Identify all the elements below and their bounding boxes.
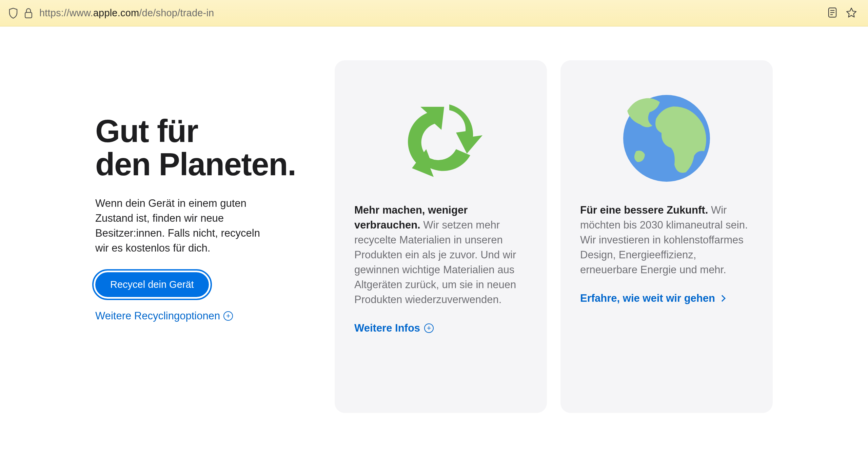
card-recycle-materials: Mehr machen, weniger verbrauchen. Wir se… <box>335 60 547 413</box>
url-box: https://www.apple.com/de/shop/trade-in <box>8 7 860 20</box>
url-security-icons <box>8 8 33 19</box>
recycle-device-button[interactable]: Recycel dein Gerät <box>95 272 209 297</box>
earth-globe-icon <box>623 94 711 182</box>
card-body: Wir setzen mehr recycelte Materialien in… <box>354 219 516 305</box>
url-text[interactable]: https://www.apple.com/de/shop/trade-in <box>39 7 821 19</box>
card-better-future: Für eine bessere Zukunft. Wir möchten bi… <box>560 60 773 413</box>
hero-description: Wenn dein Gerät in einem guten Zustand i… <box>95 196 272 256</box>
chevron-right-icon <box>719 295 726 302</box>
url-domain: apple.com <box>93 7 139 18</box>
url-prefix: https://www. <box>39 7 93 18</box>
card-text: Mehr machen, weniger verbrauchen. Wir se… <box>354 203 527 307</box>
bookmark-star-icon[interactable] <box>846 7 857 20</box>
card-link-label: Erfahre, wie weit wir gehen <box>580 292 715 304</box>
more-options-label: Weitere Recyclingoptionen <box>95 310 220 322</box>
svg-rect-0 <box>25 12 32 18</box>
cta-label: Recycel dein Gerät <box>110 279 194 290</box>
feature-cards: Mehr machen, weniger verbrauchen. Wir se… <box>335 60 773 413</box>
card-text: Für eine bessere Zukunft. Wir möchten bi… <box>580 203 753 277</box>
url-path: /de/shop/trade-in <box>139 7 214 18</box>
card-lead: Für eine bessere Zukunft. <box>580 204 708 216</box>
more-recycling-options-link[interactable]: Weitere Recyclingoptionen + <box>95 310 233 322</box>
card-link-label: Weitere Infos <box>354 322 420 334</box>
plus-circle-icon: + <box>223 311 233 321</box>
lock-icon[interactable] <box>24 8 33 19</box>
shield-icon[interactable] <box>8 8 18 19</box>
card-learn-more-link[interactable]: Erfahre, wie weit wir gehen <box>580 292 753 304</box>
card-icon-wrap <box>354 84 527 193</box>
title-line-2: den Planeten. <box>95 146 296 182</box>
reader-mode-icon[interactable] <box>827 7 837 19</box>
browser-url-bar: https://www.apple.com/de/shop/trade-in <box>0 0 868 26</box>
card-icon-wrap <box>580 84 753 193</box>
card-more-info-link[interactable]: Weitere Infos + <box>354 322 527 334</box>
page-content: Gut für den Planeten. Wenn dein Gerät in… <box>0 26 868 413</box>
hero-section: Gut für den Planeten. Wenn dein Gerät in… <box>95 60 319 413</box>
recycle-arrows-icon <box>398 94 483 182</box>
url-actions <box>827 7 857 20</box>
page-title: Gut für den Planeten. <box>95 115 319 181</box>
plus-circle-icon: + <box>424 323 434 333</box>
content-row: Gut für den Planeten. Wenn dein Gerät in… <box>95 60 773 413</box>
title-line-1: Gut für <box>95 113 198 149</box>
